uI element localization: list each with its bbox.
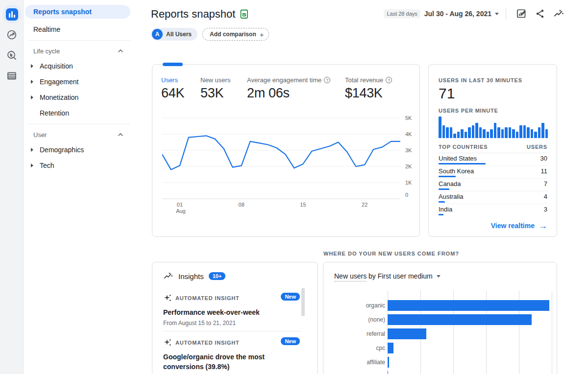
expand-triangle-icon[interactable] [31,164,40,167]
insights-card: Insights 10+ AUTOMATED INSIGHTNewPerform… [152,262,318,374]
svg-text:22: 22 [362,202,368,208]
realtime-card: USERS IN LAST 30 MINUTES 71 USERS PER MI… [428,64,557,237]
expand-triangle-icon[interactable] [31,80,40,84]
page-title-text: Reports snapshot [151,8,235,21]
metric-tab-average-engagement-time[interactable]: Average engagement time?2m 06s [247,76,345,101]
view-realtime-link[interactable]: View realtime → [491,221,547,230]
expand-triangle-icon[interactable] [31,148,40,152]
sidebar-divider [28,124,130,124]
metric-tab-new-users[interactable]: New users53K [200,76,247,101]
header-divider [506,7,506,20]
insights-button[interactable] [553,8,564,19]
minute-bar [457,132,460,138]
page-title: Reports snapshot [151,8,249,21]
users-per-minute-label: USERS PER MINUTE [439,108,498,114]
avatar: A [152,29,163,40]
sidebar-item-reports-snapshot[interactable]: Reports snapshot [25,5,130,19]
minute-bar [475,123,478,138]
share-button[interactable] [535,8,545,19]
insight-title: Performance week-over-week [163,307,302,317]
bar-email [388,371,388,374]
minute-bar [494,123,497,138]
insight-item[interactable]: AUTOMATED INSIGHTNewPerformance week-ove… [163,294,302,327]
rail-library-button[interactable] [0,66,24,86]
top-countries-label: TOP COUNTRIES [439,144,488,150]
svg-text:01: 01 [177,202,183,208]
minute-bar [483,129,486,138]
metric-label-text: Total revenue [345,76,383,84]
rail-reports-button[interactable] [0,4,24,24]
customize-report-button[interactable] [516,8,527,19]
help-icon[interactable]: ? [386,77,392,83]
country-row-australia: Australia4 [439,191,547,204]
country-row-united-states: United States30 [439,153,547,166]
insight-date-range: From August 15 to 21, 2021 [163,320,302,327]
chevron-up-icon [118,49,123,53]
metric-label-text: New users [200,76,230,84]
minute-bar [523,125,526,138]
plus-icon: + [260,30,264,39]
metric-value: $143K [345,86,404,101]
help-icon[interactable]: ? [324,77,330,83]
sparkle-icon [163,338,172,347]
country-row-south-korea: South Korea11 [439,166,547,179]
users-30min-value: 71 [439,85,455,102]
svg-text:2K: 2K [405,164,412,169]
overview-card: Users64KNew users53KAverage engagement t… [152,64,420,237]
sidebar-section-life-cycle[interactable]: Life cycle [24,45,141,57]
sidebar-item-tech[interactable]: Tech [24,158,141,173]
country-bar [439,176,456,177]
metric-tab-users[interactable]: Users64K [161,76,200,101]
new-users-chart-title[interactable]: New users by First user medium [334,272,441,280]
customize-report-icon [516,8,527,19]
country-bar [439,163,486,164]
all-users-chip[interactable]: A All Users [151,28,197,41]
sidebar-item-acquisition[interactable]: Acquisition [24,58,141,74]
snapshot-check-icon [240,9,249,19]
country-row-canada: Canada7 [439,179,547,191]
minute-bar [534,132,537,138]
minute-bar [516,132,519,138]
insight-kind-row: AUTOMATED INSIGHTNew [163,338,302,347]
country-users-value: 30 [540,155,547,162]
sidebar-item-retention[interactable]: Retention [24,105,141,121]
minute-bar [505,127,508,138]
sidebar-item-label: Reports snapshot [33,8,92,16]
insight-item[interactable]: AUTOMATED INSIGHTNewGoogle/organic drove… [163,338,302,374]
sidebar-item-label: Tech [40,162,54,169]
rail-explore-button[interactable] [0,46,24,65]
sidebar-section-label: Life cycle [33,47,60,55]
minute-bar [453,134,456,138]
insight-kind-row: AUTOMATED INSIGHTNew [163,294,302,302]
bar-category-label: cpc [336,343,385,353]
rail-advertising-button[interactable] [0,25,24,45]
sidebar-item-realtime[interactable]: Realtime [24,23,141,36]
sidebar-divider [28,40,130,41]
svg-text:08: 08 [239,202,245,208]
add-comparison-button[interactable]: Add comparison + [202,28,269,41]
sidebar-item-demographics[interactable]: Demographics [24,142,141,158]
country-users-value: 7 [544,180,547,187]
main-content: Reports snapshot Last 28 days Jul 30 - A… [141,0,588,374]
sidebar-item-engagement[interactable]: Engagement [24,74,141,90]
insights-icon [163,271,173,281]
sidebar-section-user[interactable]: User [24,128,141,141]
expand-triangle-icon[interactable] [31,95,40,99]
expand-triangle-icon[interactable] [31,64,40,68]
metric-value: 53K [200,86,247,101]
sidebar-item-monetization[interactable]: Monetization [24,90,141,105]
country-users-value: 3 [544,206,547,213]
minute-bar [501,129,504,138]
minute-bar [541,123,544,138]
date-range-selector[interactable]: Jul 30 - Aug 26, 2021 [424,10,499,18]
scrollbar-thumb[interactable] [301,288,305,316]
svg-text:0: 0 [405,192,408,198]
metric-tab-total-revenue[interactable]: Total revenue?$143K [345,76,404,101]
minute-bar [545,129,548,138]
automated-insight-label: AUTOMATED INSIGHT [175,340,240,346]
bar-category-label: organic [336,300,385,311]
library-icon [6,70,18,82]
view-realtime-label: View realtime [491,222,535,230]
country-users-value: 11 [541,167,548,175]
bar-category-label: email [336,371,385,374]
